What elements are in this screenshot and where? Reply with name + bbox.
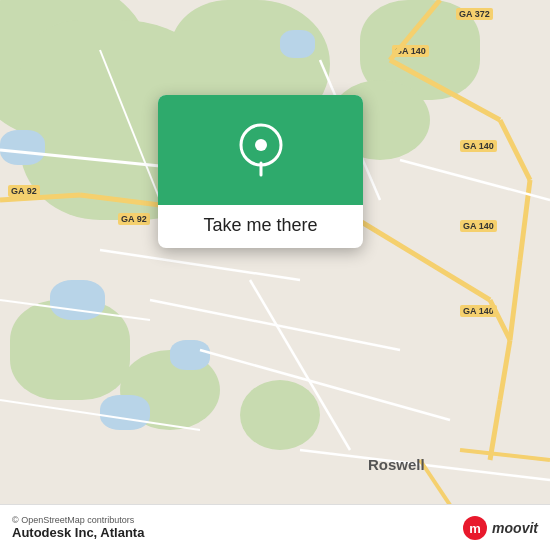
- svg-line-6: [490, 400, 500, 460]
- svg-line-21: [0, 400, 200, 430]
- svg-line-13: [100, 250, 300, 280]
- svg-line-7: [0, 195, 80, 200]
- location-title: Autodesk Inc, Atlanta: [12, 525, 144, 540]
- svg-line-18: [100, 50, 160, 200]
- svg-line-15: [250, 280, 350, 450]
- svg-line-2: [500, 120, 530, 180]
- svg-text:m: m: [469, 521, 481, 536]
- map-pin-icon: [239, 123, 283, 177]
- bottom-left: © OpenStreetMap contributors Autodesk In…: [12, 515, 144, 540]
- moovit-text: moovit: [492, 520, 538, 536]
- osm-credit: © OpenStreetMap contributors: [12, 515, 144, 525]
- svg-line-11: [490, 300, 510, 340]
- popup-top: [158, 95, 363, 205]
- map-container: GA 372 GA 140 GA 140 GA 140 GA 140 GA 92…: [0, 0, 550, 550]
- moovit-logo: m moovit: [462, 515, 538, 541]
- svg-point-26: [255, 139, 267, 151]
- svg-line-19: [0, 300, 150, 320]
- bottom-bar: © OpenStreetMap contributors Autodesk In…: [0, 504, 550, 550]
- svg-line-5: [500, 340, 510, 400]
- popup-card: Take me there: [158, 95, 363, 248]
- svg-line-1: [390, 60, 500, 120]
- svg-line-24: [460, 450, 550, 460]
- take-me-there-button[interactable]: Take me there: [203, 215, 317, 236]
- svg-line-4: [510, 260, 520, 340]
- city-label-roswell: Roswell: [368, 456, 425, 473]
- svg-line-0: [390, 0, 440, 60]
- moovit-icon: m: [462, 515, 488, 541]
- svg-line-14: [150, 300, 400, 350]
- popup-bottom: Take me there: [158, 205, 363, 248]
- svg-line-10: [350, 215, 490, 300]
- roads-svg: [0, 0, 550, 550]
